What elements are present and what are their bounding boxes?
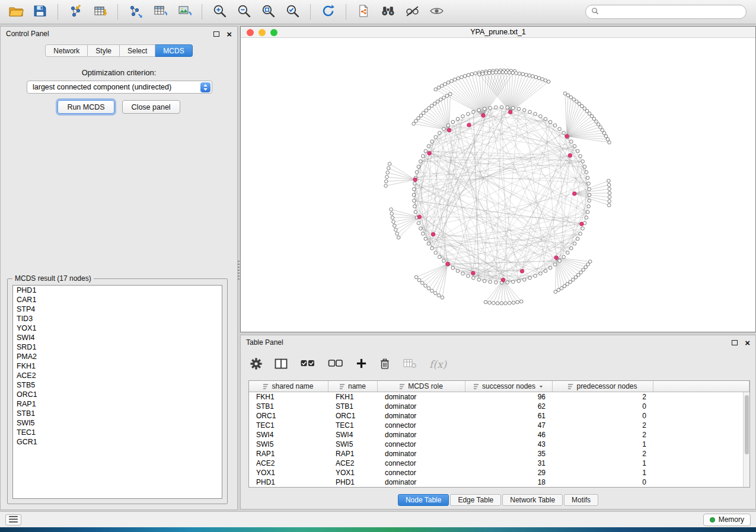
zoom-fit-button[interactable] xyxy=(257,2,279,21)
mcds-result-group: MCDS result (17 nodes) PHD1CAR1STP4TID3Y… xyxy=(7,274,228,504)
mcds-result-item[interactable]: ACE2 xyxy=(13,371,222,380)
import-table-button[interactable] xyxy=(89,2,111,21)
mcds-result-item[interactable]: TEC1 xyxy=(13,428,222,437)
glasses-slash-icon xyxy=(405,4,420,20)
tab-network[interactable]: Network xyxy=(45,44,88,57)
table-cell: 46 xyxy=(465,431,553,439)
memory-button[interactable]: Memory xyxy=(703,514,751,526)
tab-mcds[interactable]: MCDS xyxy=(155,44,192,57)
zoom-in-icon xyxy=(212,4,227,20)
table-row[interactable]: TEC1TEC1connector472 xyxy=(249,421,749,430)
import-network-button[interactable] xyxy=(65,2,87,21)
tab-node-table[interactable]: Node Table xyxy=(398,494,449,506)
close-panel-button[interactable]: Close panel xyxy=(122,100,180,114)
table-row[interactable]: PHD1PHD1dominator180 xyxy=(249,477,749,487)
table-cell: FKH1 xyxy=(328,393,378,401)
save-session-button[interactable] xyxy=(29,2,51,21)
mcds-result-item[interactable]: SWI5 xyxy=(13,418,222,428)
tab-network-table[interactable]: Network Table xyxy=(502,494,563,506)
export-network-button[interactable] xyxy=(125,2,146,21)
table-row[interactable]: SWI4SWI4dominator462 xyxy=(249,430,749,440)
create-column-button[interactable] xyxy=(356,358,367,371)
toolbar-separator xyxy=(310,4,311,20)
zoom-out-button[interactable] xyxy=(233,2,255,21)
zoom-selected-button[interactable] xyxy=(282,2,304,21)
table-cell: dominator xyxy=(378,412,465,420)
minimize-window-button[interactable] xyxy=(259,29,266,36)
deselect-all-columns-button[interactable] xyxy=(328,358,343,371)
mcds-result-item[interactable]: PMA2 xyxy=(13,352,222,361)
mcds-result-item[interactable]: RAP1 xyxy=(13,399,222,409)
mcds-result-item[interactable]: STP4 xyxy=(13,305,222,314)
float-panel-icon[interactable] xyxy=(732,340,738,345)
column-header-shared-name[interactable]: shared name xyxy=(249,381,328,392)
table-scrollbar[interactable] xyxy=(743,392,749,487)
table-row[interactable]: ACE2ACE2connector311 xyxy=(249,459,749,468)
column-header-MCDS-role[interactable]: MCDS role xyxy=(378,381,465,392)
tab-style[interactable]: Style xyxy=(88,44,120,57)
tab-edge-table[interactable]: Edge Table xyxy=(450,494,501,506)
network-canvas[interactable] xyxy=(241,38,755,332)
close-panel-icon[interactable]: × xyxy=(745,338,750,347)
delete-table-button[interactable] xyxy=(403,358,417,371)
column-header-name[interactable]: name xyxy=(328,381,378,392)
menu-button[interactable] xyxy=(5,514,21,525)
delete-column-button[interactable] xyxy=(379,358,390,371)
select-all-columns-button[interactable] xyxy=(300,358,315,371)
close-panel-icon[interactable]: × xyxy=(227,30,232,39)
table-cell: SWI5 xyxy=(328,440,378,448)
mcds-result-item[interactable]: YOX1 xyxy=(13,323,222,333)
mcds-result-item[interactable]: SRD1 xyxy=(13,342,222,352)
mcds-result-item[interactable]: TID3 xyxy=(13,314,222,323)
search-network-button[interactable] xyxy=(377,2,399,21)
export-table-button[interactable] xyxy=(149,2,171,21)
mcds-result-item[interactable]: ORC1 xyxy=(13,390,222,399)
table-row[interactable]: SWI5SWI5connector431 xyxy=(249,440,749,449)
save-icon xyxy=(33,4,47,20)
table-row[interactable]: RAP1RAP1dominator352 xyxy=(249,449,749,459)
tab-select[interactable]: Select xyxy=(120,44,155,57)
main-toolbar xyxy=(0,0,756,24)
scrollbar-thumb[interactable] xyxy=(745,395,749,454)
zoom-window-button[interactable] xyxy=(270,29,277,36)
import-table-icon xyxy=(93,4,107,20)
session-share-button[interactable] xyxy=(353,2,375,21)
export-image-button[interactable] xyxy=(173,2,195,21)
plus-icon xyxy=(356,358,367,371)
float-panel-icon[interactable] xyxy=(213,31,219,37)
hide-graphics-details-button[interactable] xyxy=(401,2,423,21)
table-row[interactable]: ORC1ORC1dominator610 xyxy=(249,411,749,421)
search-input[interactable] xyxy=(602,8,741,16)
optimization-dropdown[interactable]: largest connected component (undirected) xyxy=(27,81,212,94)
mcds-result-item[interactable]: CAR1 xyxy=(13,295,222,305)
show-graphics-details-button[interactable] xyxy=(426,2,448,21)
open-file-button[interactable] xyxy=(5,2,27,21)
column-header-predecessor-nodes[interactable]: predecessor nodes xyxy=(553,381,653,392)
close-window-button[interactable] xyxy=(247,29,254,36)
table-settings-button[interactable] xyxy=(250,358,262,371)
table-cell: 61 xyxy=(465,412,553,420)
tab-motifs[interactable]: Motifs xyxy=(564,494,598,506)
mcds-result-item[interactable]: FKH1 xyxy=(13,361,222,371)
table-row[interactable]: YOX1YOX1connector291 xyxy=(249,468,749,477)
mcds-result-item[interactable]: STB1 xyxy=(13,409,222,418)
gear-icon xyxy=(250,358,262,371)
run-mcds-button[interactable]: Run MCDS xyxy=(58,100,114,114)
mcds-result-item[interactable]: GCR1 xyxy=(13,437,222,447)
network-window: YPA_prune.txt_1 xyxy=(240,26,756,332)
refresh-button[interactable] xyxy=(317,2,339,21)
mcds-result-item[interactable]: SWI4 xyxy=(13,333,222,342)
table-row[interactable]: FKH1FKH1dominator962 xyxy=(249,392,749,402)
show-columns-button[interactable] xyxy=(275,358,288,371)
table-cell: 2 xyxy=(553,393,653,401)
table-cell: 1 xyxy=(553,469,653,477)
mcds-result-item[interactable]: PHD1 xyxy=(13,286,222,295)
zoom-in-button[interactable] xyxy=(209,2,231,21)
function-builder-button[interactable]: f(x) xyxy=(429,358,446,370)
column-header-successor-nodes[interactable]: successor nodes xyxy=(465,381,553,392)
table-row[interactable]: STB1STB1dominator620 xyxy=(249,402,749,411)
table-header: shared namenameMCDS rolesuccessor nodesp… xyxy=(249,381,749,392)
mcds-result-item[interactable]: STB5 xyxy=(13,380,222,390)
panel-splitter-handle[interactable] xyxy=(238,261,240,281)
mcds-result-title: MCDS result (17 nodes) xyxy=(12,274,94,283)
